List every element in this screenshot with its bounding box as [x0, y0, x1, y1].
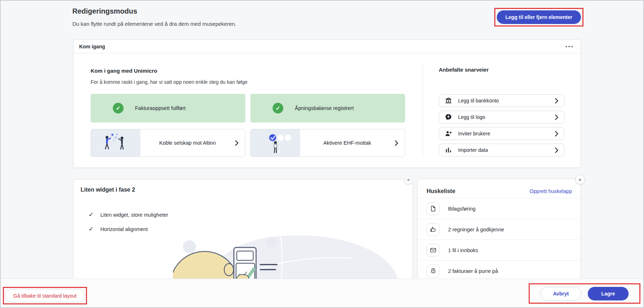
cancel-button[interactable]: Avbryt: [540, 287, 581, 300]
shortcut-import-data[interactable]: Importer data: [439, 144, 564, 157]
shortcut-add-bank-account[interactable]: Legg til bankkonto: [439, 94, 564, 107]
create-note-link[interactable]: Opprett huskelapp: [530, 188, 572, 194]
ellipsis-icon[interactable]: [563, 44, 575, 49]
huskeliste-header: Huskeliste Opprett huskelapp: [418, 179, 581, 198]
back-button-highlight: Gå tilbake til standard layout: [3, 287, 87, 304]
kom-igang-card: Kom igang Kom i gang med Unimicro For å …: [73, 39, 581, 168]
kom-igang-card-title: Kom igang: [79, 44, 105, 49]
save-actions-highlight: Avbryt Lagre: [529, 283, 640, 304]
huskeliste-item-innboks[interactable]: 1 fil i innboks: [418, 240, 581, 260]
chevron-right-icon: [554, 147, 558, 153]
altinn-people-illustration: [91, 129, 140, 157]
widget-checklist-item: ✓ Horizontal alignment: [88, 225, 148, 233]
action-step-ehf[interactable]: Aktivere EHF-mottak: [250, 129, 405, 157]
close-icon[interactable]: ×: [575, 175, 585, 184]
document-icon: [427, 202, 439, 215]
thumbs-up-icon: [427, 223, 439, 236]
shortcuts-title: Anbefalte snarveier: [439, 67, 489, 73]
widget-title: Liten widget i fase 2: [81, 187, 135, 193]
speech-bubble-plus-icon: [445, 114, 452, 121]
kom-igang-card-header: Kom igang: [73, 40, 581, 53]
edit-mode-page: Redigeringsmodus Du kan flytte rundt på …: [0, 0, 644, 308]
widget-checklist-item: ✓ Liten widget, store muligheter: [88, 211, 168, 218]
chevron-right-icon: [394, 140, 398, 146]
footer-bar: Gå tilbake til standard layout Avbryt La…: [1, 279, 643, 307]
add-remove-highlight: Legg til eller fjern elementer: [494, 8, 583, 27]
action-step-altinn[interactable]: Koble selskap mot Altinn: [91, 129, 245, 157]
chevron-right-icon: [235, 140, 239, 146]
check-circle-icon: ✓: [113, 103, 124, 114]
add-remove-elements-button[interactable]: Legg til eller fjern elementer: [497, 10, 581, 24]
intro-title: Kom i gang med Unimicro: [91, 68, 157, 74]
kom-igang-card-body: Kom i gang med Unimicro For å komme rask…: [73, 53, 581, 168]
check-icon: ✓: [88, 211, 93, 218]
save-button[interactable]: Lagre: [588, 287, 629, 300]
bar-chart-icon: [445, 146, 452, 154]
shortcut-add-logo[interactable]: Legg til logo: [439, 111, 564, 124]
check-icon: ✓: [88, 225, 93, 233]
bank-icon: [445, 97, 452, 104]
chevron-right-icon: [554, 114, 558, 120]
huskeliste-item-regninger[interactable]: 2 regninger å godkjenne: [418, 219, 581, 240]
completed-step-opening-balance: ✓ Åpningsbalanse registrert: [250, 94, 405, 122]
huskeliste-item-purring[interactable]: 2 fakturaer å purre på: [418, 260, 581, 281]
intro-subtitle: For å komme raskt i gang, har vi satt op…: [91, 79, 247, 85]
shortcut-invite-users[interactable]: Inviter brukere: [439, 127, 564, 140]
page-title: Redigeringsmodus: [72, 7, 137, 15]
completed-step-invoice-setup: ✓ Fakturaoppsett fullført: [91, 94, 245, 122]
close-icon[interactable]: ×: [404, 179, 413, 184]
ehf-person-illustration: [251, 129, 300, 157]
huskeliste-item-bilagsforing[interactable]: Bilagsføring: [418, 198, 581, 219]
chevron-right-icon: [554, 131, 558, 137]
person-add-icon: [445, 130, 452, 137]
check-circle-icon: ✓: [273, 103, 283, 114]
back-to-standard-layout-button[interactable]: Gå tilbake til standard layout: [5, 289, 85, 302]
huskeliste-title: Huskeliste: [427, 188, 455, 194]
vertical-divider: [423, 65, 423, 157]
bell-plus-icon: [427, 265, 439, 278]
page-subtitle: Du kan flytte rundt på elementene ved å …: [72, 21, 236, 27]
chevron-right-icon: [554, 98, 558, 104]
envelope-icon: [427, 244, 439, 257]
